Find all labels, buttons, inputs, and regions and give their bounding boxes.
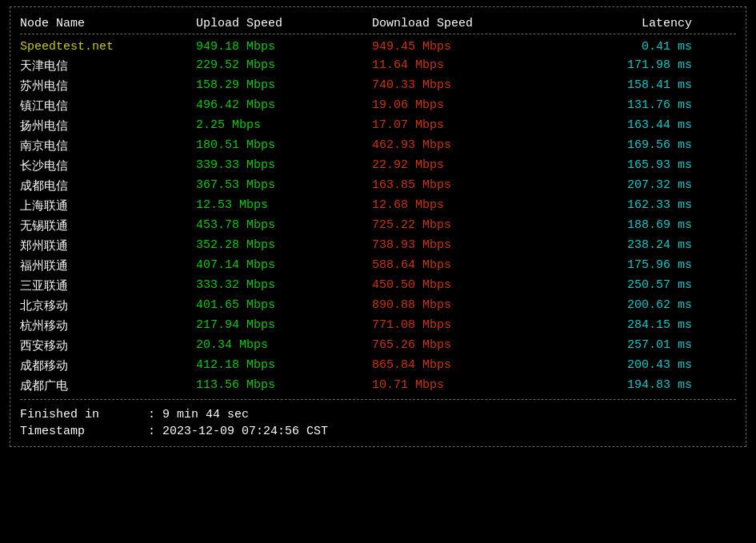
upload-speed: 352.28 Mbps <box>196 238 372 254</box>
upload-speed: 2.25 Mbps <box>196 118 372 134</box>
table-row: 郑州联通 352.28 Mbps 738.93 Mbps 238.24 ms <box>20 236 736 256</box>
node-name: 无锡联通 <box>20 218 196 234</box>
finished-label: Finished in <box>20 408 148 421</box>
timestamp-value: : 2023-12-09 07:24:56 CST <box>148 425 328 438</box>
upload-speed: 12.53 Mbps <box>196 198 372 214</box>
download-speed: 865.84 Mbps <box>372 358 548 373</box>
upload-speed: 949.18 Mbps <box>196 40 372 54</box>
table-body: Speedtest.net 949.18 Mbps 949.45 Mbps 0.… <box>20 38 736 396</box>
node-name: 郑州联通 <box>20 238 196 254</box>
table-row: 北京移动 401.65 Mbps 890.88 Mbps 200.62 ms <box>20 296 736 316</box>
latency: 158.41 ms <box>548 78 692 94</box>
latency: 257.01 ms <box>548 338 692 353</box>
node-name: 成都移动 <box>20 358 196 373</box>
table-row: 南京电信 180.51 Mbps 462.93 Mbps 169.56 ms <box>20 136 736 156</box>
node-name: 福州联通 <box>20 258 196 273</box>
table-row: 长沙电信 339.33 Mbps 22.92 Mbps 165.93 ms <box>20 156 736 176</box>
latency: 171.98 ms <box>548 58 692 74</box>
latency: 238.24 ms <box>548 238 692 254</box>
header-node-name: Node Name <box>20 17 196 30</box>
node-name: 上海联通 <box>20 198 196 214</box>
upload-speed: 158.29 Mbps <box>196 78 372 94</box>
latency: 250.57 ms <box>548 278 692 293</box>
download-speed: 12.68 Mbps <box>372 198 548 214</box>
table-row: 上海联通 12.53 Mbps 12.68 Mbps 162.33 ms <box>20 196 736 216</box>
latency: 194.83 ms <box>548 378 692 393</box>
upload-speed: 367.53 Mbps <box>196 178 372 194</box>
upload-speed: 412.18 Mbps <box>196 358 372 373</box>
download-speed: 765.26 Mbps <box>372 338 548 353</box>
download-speed: 738.93 Mbps <box>372 238 548 254</box>
timestamp-label: Timestamp <box>20 425 148 438</box>
node-name: 成都电信 <box>20 178 196 194</box>
node-name: 扬州电信 <box>20 118 196 134</box>
download-speed: 771.08 Mbps <box>372 318 548 333</box>
download-speed: 11.64 Mbps <box>372 58 548 74</box>
footer-timestamp-row: Timestamp : 2023-12-09 07:24:56 CST <box>20 423 736 440</box>
download-speed: 19.06 Mbps <box>372 98 548 114</box>
upload-speed: 113.56 Mbps <box>196 378 372 393</box>
latency: 131.76 ms <box>548 98 692 114</box>
download-speed: 588.64 Mbps <box>372 258 548 273</box>
latency: 162.33 ms <box>548 198 692 214</box>
table-row: 成都广电 113.56 Mbps 10.71 Mbps 194.83 ms <box>20 376 736 396</box>
latency: 165.93 ms <box>548 158 692 174</box>
footer: Finished in : 9 min 44 sec Timestamp : 2… <box>20 399 736 440</box>
main-container: Node Name Upload Speed Download Speed La… <box>10 6 746 447</box>
node-name: Speedtest.net <box>20 40 196 54</box>
table-row: 扬州电信 2.25 Mbps 17.07 Mbps 163.44 ms <box>20 116 736 136</box>
download-speed: 949.45 Mbps <box>372 40 548 54</box>
table-row: 成都电信 367.53 Mbps 163.85 Mbps 207.32 ms <box>20 176 736 196</box>
latency: 169.56 ms <box>548 138 692 154</box>
node-name: 长沙电信 <box>20 158 196 174</box>
download-speed: 740.33 Mbps <box>372 78 548 94</box>
download-speed: 725.22 Mbps <box>372 218 548 234</box>
table-row: 苏州电信 158.29 Mbps 740.33 Mbps 158.41 ms <box>20 76 736 96</box>
table-row: 杭州移动 217.94 Mbps 771.08 Mbps 284.15 ms <box>20 316 736 336</box>
header-download-speed: Download Speed <box>372 17 548 30</box>
download-speed: 10.71 Mbps <box>372 378 548 393</box>
upload-speed: 453.78 Mbps <box>196 218 372 234</box>
node-name: 西安移动 <box>20 338 196 353</box>
table-header: Node Name Upload Speed Download Speed La… <box>20 14 736 34</box>
node-name: 南京电信 <box>20 138 196 154</box>
latency: 200.43 ms <box>548 358 692 373</box>
table-row: 天津电信 229.52 Mbps 11.64 Mbps 171.98 ms <box>20 56 736 76</box>
upload-speed: 229.52 Mbps <box>196 58 372 74</box>
footer-finished-row: Finished in : 9 min 44 sec <box>20 406 736 423</box>
header-latency: Latency <box>548 17 692 30</box>
latency: 284.15 ms <box>548 318 692 333</box>
table-row: Speedtest.net 949.18 Mbps 949.45 Mbps 0.… <box>20 38 736 56</box>
latency: 175.96 ms <box>548 258 692 273</box>
latency: 200.62 ms <box>548 298 692 313</box>
latency: 188.69 ms <box>548 218 692 234</box>
table-row: 三亚联通 333.32 Mbps 450.50 Mbps 250.57 ms <box>20 276 736 296</box>
upload-speed: 339.33 Mbps <box>196 158 372 174</box>
table-row: 无锡联通 453.78 Mbps 725.22 Mbps 188.69 ms <box>20 216 736 236</box>
upload-speed: 217.94 Mbps <box>196 318 372 333</box>
download-speed: 450.50 Mbps <box>372 278 548 293</box>
download-speed: 22.92 Mbps <box>372 158 548 174</box>
download-speed: 462.93 Mbps <box>372 138 548 154</box>
finished-value: : 9 min 44 sec <box>148 408 249 421</box>
node-name: 三亚联通 <box>20 278 196 293</box>
upload-speed: 401.65 Mbps <box>196 298 372 313</box>
download-speed: 17.07 Mbps <box>372 118 548 134</box>
upload-speed: 180.51 Mbps <box>196 138 372 154</box>
node-name: 苏州电信 <box>20 78 196 94</box>
node-name: 北京移动 <box>20 298 196 313</box>
table-row: 成都移动 412.18 Mbps 865.84 Mbps 200.43 ms <box>20 356 736 376</box>
node-name: 杭州移动 <box>20 318 196 333</box>
node-name: 天津电信 <box>20 58 196 74</box>
upload-speed: 407.14 Mbps <box>196 258 372 273</box>
download-speed: 163.85 Mbps <box>372 178 548 194</box>
latency: 0.41 ms <box>548 40 692 54</box>
upload-speed: 496.42 Mbps <box>196 98 372 114</box>
table-row: 福州联通 407.14 Mbps 588.64 Mbps 175.96 ms <box>20 256 736 276</box>
upload-speed: 20.34 Mbps <box>196 338 372 353</box>
node-name: 成都广电 <box>20 378 196 393</box>
node-name: 镇江电信 <box>20 98 196 114</box>
download-speed: 890.88 Mbps <box>372 298 548 313</box>
upload-speed: 333.32 Mbps <box>196 278 372 293</box>
header-upload-speed: Upload Speed <box>196 17 372 30</box>
